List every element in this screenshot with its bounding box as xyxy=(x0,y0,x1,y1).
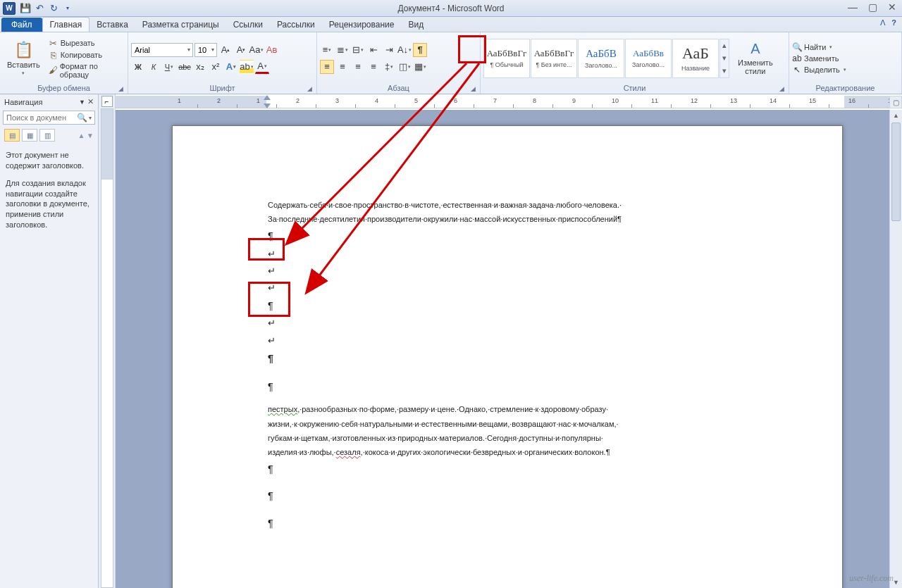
document-canvas[interactable]: Содержать·себя·и·свое·пространство·в·чис… xyxy=(116,110,889,588)
scroll-thumb[interactable] xyxy=(891,123,901,221)
copy-button[interactable]: ⎘Копировать xyxy=(49,50,125,61)
navigation-pane: Навигация ▼ ✕ 🔍 ▤ ▦ ▥ ▲ ▼ Этот документ … xyxy=(0,94,99,588)
increase-indent-button[interactable]: ⇥ xyxy=(382,43,396,57)
bullets-button[interactable]: ≡ xyxy=(320,43,334,57)
sort-button[interactable]: A↓ xyxy=(397,43,412,57)
tab-references[interactable]: Ссылки xyxy=(226,18,270,32)
tab-file[interactable]: Файл xyxy=(1,18,42,32)
clipboard-dialog-launcher[interactable]: ◢ xyxy=(118,85,123,92)
nav-prev-next[interactable]: ▲ ▼ xyxy=(78,132,94,139)
shrink-font-button[interactable]: A▾ xyxy=(234,43,248,57)
title-bar: W 💾 ↶ ↻ ▾ Документ4 - Microsoft Word — ▢… xyxy=(0,0,902,17)
main-column: 121234567891011121314151617 ▢ Содержать·… xyxy=(116,94,902,588)
highlight-button[interactable]: ab xyxy=(240,60,254,74)
font-color-button[interactable]: A xyxy=(255,60,269,74)
subscript-button[interactable]: x₂ xyxy=(193,60,207,74)
styles-gallery[interactable]: АаБбВвГг¶ Обычный АаБбВвГг¶ Без инте... … xyxy=(483,39,729,78)
document-area: ⌐ 121234567891011121314151617 ▢ Содержат… xyxy=(99,94,902,588)
line-break-mark: ↵ xyxy=(268,280,789,296)
style-heading2[interactable]: АаБбВвЗаголово... xyxy=(625,39,672,78)
nav-menu-icon[interactable]: ▼ xyxy=(79,99,85,106)
scroll-up-arrow[interactable]: ▲ xyxy=(890,110,902,121)
tab-mailings[interactable]: Рассылки xyxy=(270,18,322,32)
paste-button[interactable]: 📋 Вставить ▾ xyxy=(3,36,44,81)
horizontal-ruler[interactable]: 121234567891011121314151617 xyxy=(116,96,889,108)
nav-tab-pages[interactable]: ▦ xyxy=(22,129,37,142)
style-heading1[interactable]: АаБбВЗаголово... xyxy=(578,39,624,78)
group-editing: 🔍Найти▾ abЗаменить ↖Выделить▾ Редактиров… xyxy=(789,32,902,94)
document-page[interactable]: Содержать·себя·и·свое·пространство·в·чис… xyxy=(172,125,843,588)
navigation-search[interactable]: 🔍 xyxy=(3,111,95,125)
group-paragraph: ≡ ≣ ⊟ ⇤ ⇥ A↓ ¶ ≡ ≡ ≡ ≡ ‡ ◫ ▦ Абзац◢ xyxy=(317,32,481,94)
help-icon[interactable]: ? xyxy=(891,18,896,27)
cursor-icon: ↖ xyxy=(792,65,802,75)
select-button[interactable]: ↖Выделить▾ xyxy=(792,65,846,75)
style-title[interactable]: АаБНазвание xyxy=(672,39,719,78)
ribbon-tabs: Файл Главная Вставка Разметка страницы С… xyxy=(0,17,902,32)
grow-font-button[interactable]: A▴ xyxy=(218,43,233,57)
paragraph-mark: ¶ xyxy=(268,349,789,368)
justify-button[interactable]: ≡ xyxy=(366,60,381,74)
find-button[interactable]: 🔍Найти▾ xyxy=(792,42,846,52)
text-effects-button[interactable]: A xyxy=(224,60,238,74)
tab-view[interactable]: Вид xyxy=(401,18,431,32)
document-body[interactable]: Содержать·себя·и·свое·пространство·в·чис… xyxy=(268,198,789,533)
close-button[interactable]: ✕ xyxy=(882,0,902,14)
style-no-spacing[interactable]: АаБбВвГг¶ Без инте... xyxy=(531,39,577,78)
shading-button[interactable]: ◫ xyxy=(397,60,412,74)
window-title: Документ4 - Microsoft Word xyxy=(0,4,902,13)
replace-button[interactable]: abЗаменить xyxy=(792,54,846,63)
nav-tab-headings[interactable]: ▤ xyxy=(4,129,20,142)
navigation-message: Этот документ не содержит заголовков. Дл… xyxy=(0,144,98,236)
nav-tab-results[interactable]: ▥ xyxy=(39,129,55,142)
borders-button[interactable]: ▦ xyxy=(413,60,427,74)
line-spacing-button[interactable]: ‡ xyxy=(382,60,396,74)
paragraph-mark: ¶ xyxy=(268,227,789,246)
group-clipboard: 📋 Вставить ▾ ✂Вырезать ⎘Копировать 🖌Форм… xyxy=(0,32,128,94)
search-icon[interactable]: 🔍 xyxy=(77,113,87,123)
tab-home[interactable]: Главная xyxy=(42,17,90,32)
font-size-combo[interactable]: 10 xyxy=(194,43,217,57)
font-name-combo[interactable]: Arial xyxy=(131,43,193,57)
vertical-ruler-column: ⌐ xyxy=(99,94,116,588)
maximize-button[interactable]: ▢ xyxy=(863,0,882,14)
decrease-indent-button[interactable]: ⇤ xyxy=(366,43,381,57)
paragraph-dialog-launcher[interactable]: ◢ xyxy=(471,85,476,92)
nav-close-icon[interactable]: ✕ xyxy=(87,97,94,106)
align-left-button[interactable]: ≡ xyxy=(320,60,334,74)
group-editing-label: Редактирование xyxy=(816,84,875,92)
style-normal[interactable]: АаБбВвГг¶ Обычный xyxy=(483,39,530,78)
format-painter-button[interactable]: 🖌Формат по образцу xyxy=(49,62,125,79)
vertical-ruler[interactable] xyxy=(101,108,113,588)
group-font: Arial 10 A▴ A▾ Aa Aʙ Ж К Ч abc x₂ x² A a… xyxy=(128,32,317,94)
paragraph-mark: ¶ xyxy=(268,514,789,533)
underline-button[interactable]: Ч xyxy=(162,60,176,74)
clear-formatting-button[interactable]: Aʙ xyxy=(265,43,279,57)
tab-page-layout[interactable]: Разметка страницы xyxy=(135,18,226,32)
multilevel-list-button[interactable]: ⊟ xyxy=(351,43,365,57)
numbering-button[interactable]: ≣ xyxy=(335,43,350,57)
styles-dialog-launcher[interactable]: ◢ xyxy=(779,85,784,92)
tab-selector[interactable]: ⌐ xyxy=(101,96,113,107)
minimize-button[interactable]: — xyxy=(843,0,863,14)
tab-review[interactable]: Рецензирование xyxy=(322,18,402,32)
vertical-scrollbar[interactable]: ▲ ▼ xyxy=(889,110,902,588)
show-paragraph-marks-button[interactable]: ¶ xyxy=(413,43,427,57)
bold-button[interactable]: Ж xyxy=(131,60,145,74)
font-dialog-launcher[interactable]: ◢ xyxy=(307,85,312,92)
align-right-button[interactable]: ≡ xyxy=(351,60,365,74)
superscript-button[interactable]: x² xyxy=(209,60,223,74)
paste-icon: 📋 xyxy=(14,41,33,59)
cut-button[interactable]: ✂Вырезать xyxy=(49,38,125,49)
change-case-button[interactable]: Aa xyxy=(249,43,264,57)
strikethrough-button[interactable]: abc xyxy=(178,60,192,74)
search-input[interactable] xyxy=(6,113,77,122)
change-styles-icon: A xyxy=(750,41,760,57)
italic-button[interactable]: К xyxy=(147,60,161,74)
align-center-button[interactable]: ≡ xyxy=(335,60,350,74)
tab-insert[interactable]: Вставка xyxy=(89,18,135,32)
styles-more-button[interactable]: ▴▾▾ xyxy=(719,39,729,78)
ruler-toggle-icon[interactable]: ▢ xyxy=(889,96,902,108)
minimize-ribbon-icon[interactable]: ᐱ xyxy=(880,18,886,27)
change-styles-button[interactable]: A Изменить стили xyxy=(734,36,777,81)
